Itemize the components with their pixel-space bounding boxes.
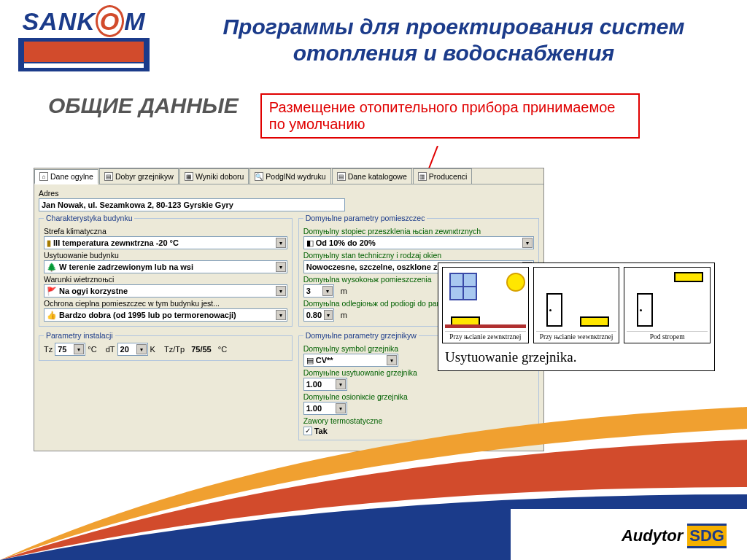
adres-input[interactable]: Jan Nowak, ul. Sezamkowa 2, 80-123 Gуrsk… <box>39 198 345 211</box>
chevron-down-icon: ▾ <box>276 262 286 272</box>
dt-input[interactable]: 20▾ <box>117 343 148 356</box>
chevron-down-icon: ▾ <box>74 344 84 354</box>
callout-box: Размещение отопительного прибора принима… <box>260 93 640 139</box>
strefa-combo[interactable]: ▮ III temperatura zewnкtrzna -20 °C▾ <box>44 236 287 249</box>
chevron-down-icon: ▾ <box>336 379 346 389</box>
door-icon <box>637 293 653 327</box>
chevron-down-icon: ▾ <box>276 286 286 296</box>
wiatr-combo[interactable]: 🚩 Na ogуі korzystne▾ <box>44 284 287 298</box>
tztp-label: Tz/Tp <box>164 345 185 354</box>
sun-icon <box>508 274 524 290</box>
chevron-down-icon: ▾ <box>322 286 333 296</box>
zawory-checkbox[interactable]: ✓Tak <box>303 427 328 435</box>
strefa-label: Strefa klimatyczna <box>44 227 287 236</box>
results-icon: ▦ <box>185 172 193 181</box>
wiatr-label: Warunki wietrznoњci <box>44 275 287 284</box>
okna-label: Domyњlny stan techniczny i rodzaj okien <box>303 251 534 260</box>
preview-icon: 🔍 <box>255 172 263 181</box>
audytor-sdg-logo: Audytor SDG <box>622 524 727 548</box>
catalog-icon: ▤ <box>337 172 346 181</box>
oslon-label: Domyњlne osіoniкcie grzejnika <box>303 392 534 401</box>
tz-input[interactable]: 75▾ <box>55 343 85 356</box>
przeszk-label: Domyњlny stopieс przeszklenia њcian zewn… <box>303 227 534 236</box>
chevron-down-icon: ▾ <box>324 310 333 320</box>
placement-option-internal-wall[interactable]: Przy њcianie wewnкtrznej <box>533 267 620 343</box>
producers-icon: ▥ <box>418 172 427 181</box>
radiator-icon <box>580 316 609 327</box>
placement-option-ceiling[interactable]: Pod stropem <box>624 267 711 343</box>
tab-producenci[interactable]: ▥Producenci <box>413 168 473 184</box>
section-heading: ОБЩИЕ ДАННЫЕ <box>48 93 239 118</box>
chevron-down-icon: ▾ <box>276 310 286 320</box>
door-icon <box>546 293 562 327</box>
slide-title: Программы для проектирования систем отоп… <box>168 14 747 66</box>
dt-label: dT <box>106 345 115 354</box>
window-icon <box>449 273 477 300</box>
tab-dobor[interactable]: ▤Dobуr grzejnikуw <box>99 168 179 184</box>
usyt-rad-combo[interactable]: 1.00▾ <box>303 378 347 391</box>
wys-input[interactable]: 3▾ <box>303 284 334 298</box>
sankom-logo: SANKOM <box>0 9 168 71</box>
radiator-icon: ▤ <box>104 172 113 181</box>
radiator-placement-popup: Przy њcianie zewnкtrznej Przy њcianie we… <box>438 262 715 371</box>
popup-caption: Usytuowanie grzejnika. <box>442 343 711 367</box>
adres-label: Adres <box>39 189 539 198</box>
usyt-bud-combo[interactable]: 🌲 W terenie zadrzewionym lub na wsi▾ <box>44 260 287 273</box>
przeszk-combo[interactable]: ◧ Od 10% do 20%▾ <box>303 236 534 249</box>
chevron-down-icon: ▾ <box>276 238 286 248</box>
tab-wyniki[interactable]: ▦Wyniki doboru <box>179 168 249 184</box>
tz-label: Tz <box>44 345 53 354</box>
chevron-down-icon: ▾ <box>387 355 397 365</box>
ochrona-combo[interactable]: 👍 Bardzo dobra (od 1995 lub po termoreno… <box>44 308 287 322</box>
chevron-down-icon: ▾ <box>522 238 533 248</box>
parap-input[interactable]: 0.80▾ <box>303 308 334 322</box>
zawory-label: Zawory termostatyczne <box>303 416 534 425</box>
tab-dane-ogolne[interactable]: ⌂Dane ogуlne <box>34 169 98 184</box>
placement-option-external-wall[interactable]: Przy њcianie zewnкtrznej <box>442 267 529 343</box>
usyt-bud-label: Usytuowanie budynku <box>44 251 287 260</box>
radiator-icon <box>674 272 703 282</box>
home-icon: ⌂ <box>39 172 48 181</box>
tab-katalog[interactable]: ▤Dane katalogowe <box>332 168 412 184</box>
install-group: Parametry instalacji Tz 75▾ °C dT 20▾ K … <box>39 331 293 361</box>
tab-podglad[interactable]: 🔍PodglNd wydruku <box>249 168 330 184</box>
chevron-down-icon: ▾ <box>136 344 147 354</box>
symbol-combo[interactable]: ▤ CV**▾ <box>303 354 398 367</box>
check-icon: ✓ <box>303 427 312 435</box>
building-group: Charakterystyka budynku Strefa klimatycz… <box>39 214 293 327</box>
oslon-combo[interactable]: 1.00▾ <box>303 402 347 415</box>
tab-strip: ⌂Dane ogуlne ▤Dobуr grzejnikуw ▦Wyniki d… <box>34 168 543 184</box>
ochrona-label: Ochrona cieplna pomieszczeс w tym budynk… <box>44 299 287 308</box>
chevron-down-icon: ▾ <box>336 403 346 413</box>
